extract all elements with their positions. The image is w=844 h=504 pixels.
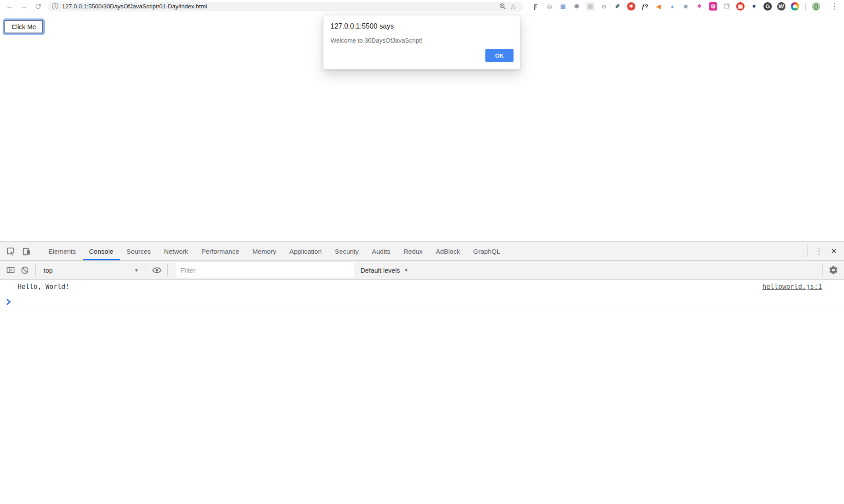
- tab-console[interactable]: Console: [83, 242, 120, 260]
- inspect-element-icon[interactable]: [3, 242, 18, 260]
- extensions-separator: [805, 3, 806, 11]
- console-log-row: Hello, World! helloworld.js:1: [0, 280, 844, 294]
- alert-dialog: 127.0.0.1:5500 says Welcome to 30DaysOfJ…: [323, 15, 520, 69]
- tabbar-separator: [38, 245, 38, 257]
- url-text: 127.0.0.1:5500/30DaysOfJavaScript/01-Day…: [62, 3, 207, 10]
- alert-ok-button[interactable]: OK: [485, 49, 514, 62]
- live-expression-eye-icon[interactable]: [150, 263, 164, 277]
- bookmark-icon[interactable]: ▣: [734, 0, 747, 13]
- console-sidebar-icon[interactable]: [4, 263, 18, 277]
- log-levels-label: Default levels: [360, 267, 400, 274]
- zoom-icon[interactable]: [497, 2, 508, 11]
- log-levels-selector[interactable]: Default levels ▼: [360, 263, 408, 277]
- hand-blocker-icon[interactable]: ✶: [624, 0, 638, 13]
- code-circle-icon[interactable]: ⊙: [597, 0, 611, 13]
- console-toolbar-separator-2: [146, 264, 146, 276]
- bug-icon[interactable]: ✺: [570, 0, 583, 13]
- devtools-menu-icon[interactable]: ⋮: [811, 242, 826, 260]
- console-toolbar-separator-3: [167, 264, 168, 276]
- context-selector-label: top: [44, 267, 53, 274]
- log-message: Hello, World!: [18, 283, 69, 291]
- devtools-tabbar: Elements Console Sources Network Perform…: [0, 242, 844, 261]
- alert-dialog-title: 127.0.0.1:5500 says: [330, 22, 513, 30]
- eyedropper-icon[interactable]: ✐: [611, 0, 624, 13]
- tab-redux[interactable]: Redux: [397, 242, 429, 260]
- swirl-icon[interactable]: ◕: [665, 0, 679, 13]
- g-circle-icon[interactable]: G: [761, 0, 774, 13]
- f-question-icon[interactable]: ƒ?: [638, 0, 652, 13]
- tab-network[interactable]: Network: [158, 242, 195, 260]
- back-icon[interactable]: ←: [4, 1, 15, 12]
- tab-adblock[interactable]: AdBlock: [429, 242, 466, 260]
- alert-dialog-message: Welcome to 30DaysOfJavaScript!: [330, 37, 513, 44]
- tab-security[interactable]: Security: [328, 242, 365, 260]
- camera-icon[interactable]: ◙: [679, 0, 693, 13]
- chevron-down-icon: ▼: [404, 268, 408, 273]
- console-toolbar-separator-1: [35, 264, 36, 276]
- wave-icon[interactable]: W: [774, 0, 788, 13]
- console-toolbar: top ▼ Default levels ▼: [0, 261, 844, 280]
- tab-memory[interactable]: Memory: [246, 242, 283, 260]
- click-me-button[interactable]: Click Me: [4, 20, 43, 33]
- console-prompt[interactable]: [0, 294, 844, 310]
- site-info-icon[interactable]: ⓘ: [52, 3, 58, 11]
- tab-application[interactable]: Application: [283, 242, 328, 260]
- settings-gear-icon[interactable]: [826, 263, 840, 277]
- forward-icon[interactable]: →: [18, 1, 29, 12]
- extensions-bar: Ƒ◎▥✺▦⊙✐✶ƒ?◀◕◙✶⚙❐▣♥GW{}: [529, 0, 829, 13]
- device-toolbar-icon[interactable]: [18, 242, 34, 260]
- console-log: Hello, World! helloworld.js:1: [0, 280, 844, 504]
- browser-toolbar: ← → ⓘ 127.0.0.1:5500/30DaysOfJavaScript/…: [0, 0, 844, 13]
- json-viewer-icon[interactable]: {}: [809, 0, 823, 13]
- console-toolbar-separator-4: [822, 264, 823, 276]
- megaphone-icon[interactable]: ◀: [652, 0, 665, 13]
- address-bar[interactable]: ⓘ 127.0.0.1:5500/30DaysOfJavaScript/01-D…: [48, 2, 523, 11]
- tab-sources[interactable]: Sources: [120, 242, 158, 260]
- orbit-icon[interactable]: ◎: [543, 0, 556, 13]
- devtools-tabs: Elements Console Sources Network Perform…: [42, 242, 507, 260]
- tab-performance[interactable]: Performance: [195, 242, 246, 260]
- devtools-panel: Elements Console Sources Network Perform…: [0, 241, 844, 504]
- color-wheel-icon[interactable]: [788, 0, 802, 13]
- blocks-icon[interactable]: ❐: [720, 0, 734, 13]
- bookmark-star-icon[interactable]: ☆: [508, 2, 518, 11]
- devtools-close-icon[interactable]: ×: [826, 242, 841, 260]
- columns-icon[interactable]: ▥: [556, 0, 570, 13]
- tab-elements[interactable]: Elements: [42, 242, 83, 260]
- console-prompt-icon: [6, 299, 11, 305]
- graphql-icon[interactable]: ✶: [693, 0, 706, 13]
- font-changer-icon[interactable]: Ƒ: [529, 0, 543, 13]
- page-content: Click Me 127.0.0.1:5500 says Welcome to …: [0, 13, 844, 241]
- grid-icon[interactable]: ▦: [583, 0, 597, 13]
- reload-icon[interactable]: [32, 1, 44, 12]
- tabbar-right-separator: [807, 245, 808, 257]
- log-source-link[interactable]: helloworld.js:1: [763, 283, 822, 291]
- browser-menu-icon[interactable]: ⋮: [829, 1, 840, 12]
- tab-audits[interactable]: Audits: [365, 242, 397, 260]
- gear-box-icon[interactable]: ⚙: [706, 0, 720, 13]
- tab-graphql[interactable]: GraphQL: [466, 242, 507, 260]
- context-selector[interactable]: top ▼: [39, 263, 142, 277]
- devtools-tabbar-right: ⋮ ×: [804, 242, 841, 260]
- heart-search-icon[interactable]: ♥: [747, 0, 761, 13]
- filter-input[interactable]: [176, 263, 354, 278]
- chevron-down-icon: ▼: [134, 268, 139, 273]
- clear-console-icon[interactable]: [18, 263, 32, 277]
